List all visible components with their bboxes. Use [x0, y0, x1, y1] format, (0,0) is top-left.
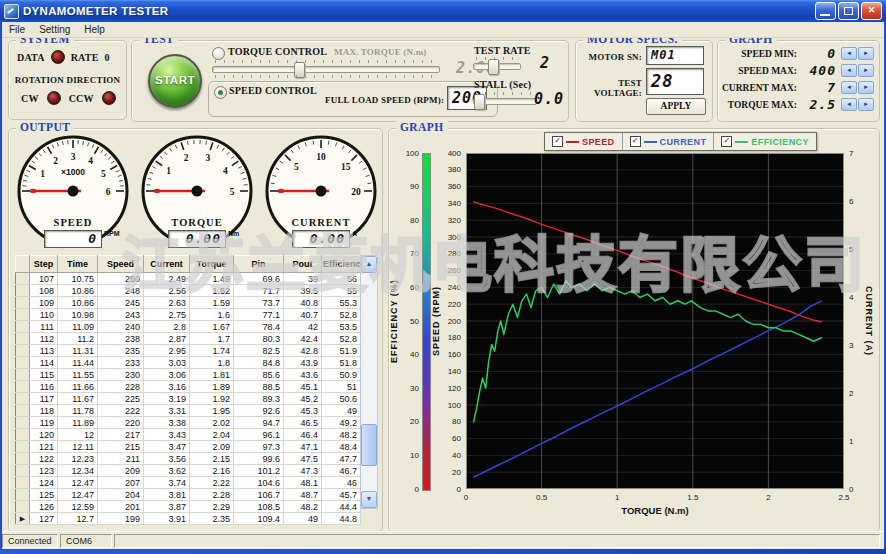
table-cell[interactable]: 220	[98, 417, 144, 429]
table-cell[interactable]: 238	[98, 333, 144, 345]
title-bar[interactable]: DYNAMOMETER TESTER ✕	[0, 0, 886, 22]
table-cell[interactable]: 204	[98, 489, 144, 501]
row-selector[interactable]	[16, 273, 30, 285]
table-cell[interactable]: 11.09	[58, 321, 98, 333]
table-cell[interactable]: 119	[30, 417, 58, 429]
table-cell[interactable]: 1.89	[190, 381, 234, 393]
table-cell[interactable]: 2.49	[144, 273, 190, 285]
legend-efficiency-checkbox[interactable]: ✓	[721, 136, 732, 147]
column-header-torque[interactable]: Torque	[190, 256, 234, 273]
table-row[interactable]: 12212.232113.562.1599.647.547.7	[16, 453, 361, 465]
table-cell[interactable]: 94.7	[234, 417, 284, 429]
table-cell[interactable]: 96.1	[234, 429, 284, 441]
table-row[interactable]: 11611.662283.161.8988.545.151	[16, 381, 361, 393]
table-cell[interactable]: 2.02	[190, 417, 234, 429]
table-cell[interactable]: 50.9	[322, 369, 361, 381]
table-cell[interactable]: 2.56	[144, 285, 190, 297]
table-cell[interactable]: 115	[30, 369, 58, 381]
table-cell[interactable]: 11.31	[58, 345, 98, 357]
table-cell[interactable]: 3.16	[144, 381, 190, 393]
table-cell[interactable]: 228	[98, 381, 144, 393]
row-selector[interactable]	[16, 501, 30, 513]
active-row-marker[interactable]: ▶	[16, 513, 30, 525]
table-cell[interactable]: 127	[30, 513, 58, 525]
table-cell[interactable]: 45.2	[284, 393, 322, 405]
test-voltage-input[interactable]: 28	[646, 68, 704, 95]
table-cell[interactable]: 116	[30, 381, 58, 393]
table-cell[interactable]: 48.2	[284, 501, 322, 513]
column-header-pout[interactable]: Pout	[284, 256, 322, 273]
table-cell[interactable]: 3.56	[144, 453, 190, 465]
table-cell[interactable]: 12.47	[58, 477, 98, 489]
row-selector[interactable]	[16, 465, 30, 477]
table-cell[interactable]: 108	[30, 285, 58, 297]
table-cell[interactable]: 39.5	[284, 285, 322, 297]
table-row[interactable]: 11411.442333.031.884.843.951.8	[16, 357, 361, 369]
row-selector[interactable]	[16, 489, 30, 501]
table-row[interactable]: 11211.22382.871.780.342.452.8	[16, 333, 361, 345]
table-cell[interactable]: 11.55	[58, 369, 98, 381]
table-cell[interactable]: 51.9	[322, 345, 361, 357]
table-cell[interactable]: 43.6	[284, 369, 322, 381]
table-cell[interactable]: 11.66	[58, 381, 98, 393]
table-row[interactable]: 11811.782223.311.9592.645.349	[16, 405, 361, 417]
table-cell[interactable]: 42.8	[284, 345, 322, 357]
table-cell[interactable]: 84.8	[234, 357, 284, 369]
table-cell[interactable]: 3.81	[144, 489, 190, 501]
table-cell[interactable]: 1.59	[190, 297, 234, 309]
table-cell[interactable]: 10.86	[58, 285, 98, 297]
table-cell[interactable]: 12.23	[58, 453, 98, 465]
table-row[interactable]: 120122173.432.0496.146.448.2	[16, 429, 361, 441]
table-cell[interactable]: 49	[284, 513, 322, 525]
menu-help[interactable]: Help	[77, 24, 112, 35]
table-cell[interactable]: 46.7	[322, 465, 361, 477]
table-cell[interactable]: 82.5	[234, 345, 284, 357]
table-cell[interactable]: 2.04	[190, 429, 234, 441]
scroll-up-button[interactable]: ▲	[361, 256, 377, 273]
row-selector[interactable]	[16, 381, 30, 393]
table-cell[interactable]: 112	[30, 333, 58, 345]
table-cell[interactable]: 40.8	[284, 297, 322, 309]
scrollbar-thumb[interactable]	[361, 424, 377, 466]
current-max-decrement-button[interactable]: ◂	[841, 81, 857, 94]
table-cell[interactable]: 97.3	[234, 441, 284, 453]
table-cell[interactable]: 2.75	[144, 309, 190, 321]
table-cell[interactable]: 124	[30, 477, 58, 489]
table-cell[interactable]: 40.7	[284, 309, 322, 321]
table-cell[interactable]: 71.7	[234, 285, 284, 297]
row-selector[interactable]	[16, 441, 30, 453]
table-row[interactable]: 10810.862482.561.5271.739.555	[16, 285, 361, 297]
row-selector[interactable]	[16, 417, 30, 429]
apply-button[interactable]: APPLY	[646, 98, 706, 115]
column-header-pin[interactable]: Pin	[234, 256, 284, 273]
column-header-speed[interactable]: Speed	[98, 256, 144, 273]
table-cell[interactable]: 109.4	[234, 513, 284, 525]
table-cell[interactable]: 120	[30, 429, 58, 441]
table-cell[interactable]: 2.28	[190, 489, 234, 501]
table-cell[interactable]: 52.8	[322, 309, 361, 321]
speed-max-decrement-button[interactable]: ◂	[841, 64, 857, 77]
table-cell[interactable]: 248	[98, 285, 144, 297]
table-cell[interactable]: 111	[30, 321, 58, 333]
table-cell[interactable]: 1.8	[190, 357, 234, 369]
table-cell[interactable]: 250	[98, 273, 144, 285]
menu-file[interactable]: File	[2, 24, 32, 35]
table-cell[interactable]: 46	[322, 477, 361, 489]
scroll-down-button[interactable]: ▼	[361, 491, 377, 508]
table-cell[interactable]: 89.3	[234, 393, 284, 405]
table-cell[interactable]: 2.29	[190, 501, 234, 513]
table-row[interactable]: 10910.862452.631.5973.740.855.3	[16, 297, 361, 309]
speed-min-increment-button[interactable]: ▸	[858, 47, 874, 60]
table-cell[interactable]: 1.67	[190, 321, 234, 333]
table-cell[interactable]: 73.7	[234, 297, 284, 309]
max-torque-slider[interactable]	[212, 60, 440, 78]
table-cell[interactable]: 225	[98, 393, 144, 405]
stall-slider[interactable]	[473, 92, 537, 110]
table-cell[interactable]: 50.6	[322, 393, 361, 405]
table-cell[interactable]: 3.31	[144, 405, 190, 417]
table-cell[interactable]: 48.2	[322, 429, 361, 441]
table-cell[interactable]: 51.8	[322, 357, 361, 369]
table-cell[interactable]: 69.6	[234, 273, 284, 285]
test-rate-slider[interactable]	[473, 57, 521, 75]
table-cell[interactable]: 222	[98, 405, 144, 417]
